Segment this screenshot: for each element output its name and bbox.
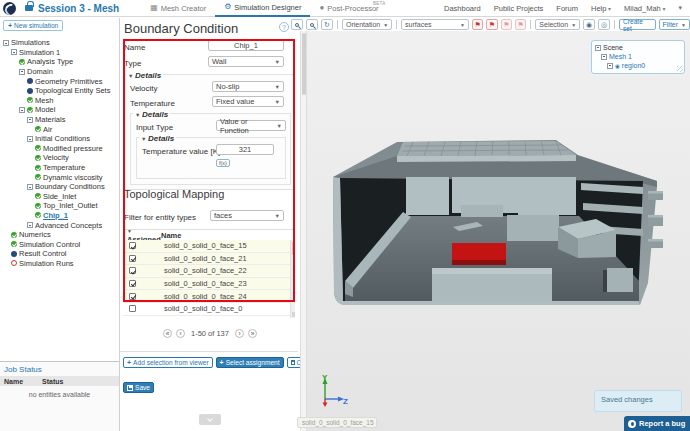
first-page-button[interactable]: « [163, 329, 172, 338]
select-assignment-button[interactable]: +Select assignment [216, 357, 284, 368]
collapse-icon[interactable] [607, 63, 613, 69]
panel-scrollbar[interactable] [300, 31, 307, 431]
hide-selection-button[interactable]: ⚑ [472, 19, 483, 30]
collapse-icon[interactable] [11, 49, 17, 55]
tree-item[interactable]: Boundary Conditions [0, 182, 120, 192]
scene-tree-mesh[interactable]: Mesh 1 [601, 52, 684, 61]
formula-button[interactable]: f(x) [216, 159, 230, 167]
select-visible-button[interactable]: ◉ [583, 19, 595, 30]
row-checkbox[interactable] [129, 242, 136, 249]
tree-item[interactable]: Domain [0, 67, 120, 77]
table-row[interactable]: solid_0_solid_0_face_22 [123, 265, 295, 278]
scene-tree-root[interactable]: Scene [595, 43, 684, 52]
save-button[interactable]: Save [123, 382, 154, 393]
help-icon[interactable]: ? [279, 22, 289, 32]
details-header-3[interactable]: Details [139, 134, 176, 143]
name-input[interactable]: Chip_1 [208, 40, 284, 51]
row-checkbox[interactable] [129, 280, 136, 287]
type-select[interactable]: Wall▼ [208, 56, 284, 67]
tree-item[interactable]: Simulation 1 [0, 48, 120, 58]
filter-select[interactable]: Filter▼ [659, 19, 690, 30]
row-checkbox[interactable] [129, 267, 136, 274]
workbench-tab[interactable]: ▦ Mesh Creator [141, 0, 215, 17]
reset-view-button[interactable]: ↻ [321, 19, 333, 30]
collapse-icon[interactable] [27, 117, 33, 123]
scene-tree-region[interactable]: ◉region0 [607, 61, 684, 70]
isolate-selection-button[interactable]: ⚑ [501, 19, 512, 30]
eye-icon[interactable]: ◉ [615, 63, 620, 69]
input-type-select[interactable]: Value or Function▼ [216, 120, 286, 131]
tree-item[interactable]: Topological Entity Sets [0, 86, 120, 96]
workbench-tab[interactable]: ● Post-Processor BETA [310, 0, 387, 17]
tree-item[interactable]: Analysis Type [0, 57, 120, 67]
tree-item[interactable]: Materials [0, 115, 120, 125]
report-bug-button[interactable]: Report a bug [624, 416, 690, 431]
tree-item[interactable]: Model [0, 105, 120, 115]
temperature-select[interactable]: Fixed value▼ [212, 96, 284, 107]
row-checkbox[interactable] [129, 305, 136, 312]
next-page-button[interactable]: › [235, 329, 244, 338]
tree-item[interactable]: Advanced Concepts [0, 220, 120, 230]
tree-item[interactable]: Numerics [0, 230, 120, 240]
tree-item[interactable]: Air [0, 124, 120, 134]
details-header-2[interactable]: Details [133, 110, 170, 119]
more-menu-caret-icon[interactable]: ▾ [678, 4, 682, 12]
collapse-icon[interactable] [595, 45, 601, 51]
details-header-1[interactable]: Details [126, 71, 163, 80]
tree-item[interactable]: Chip_1 [0, 211, 120, 221]
tree-item[interactable]: Modified pressure [0, 144, 120, 154]
tree-item[interactable]: Velocity [0, 153, 120, 163]
show-selection-button[interactable]: ⚑ [486, 19, 497, 30]
collapse-icon[interactable] [27, 222, 33, 228]
collapse-icon[interactable] [27, 184, 33, 190]
workbench-tab[interactable]: ⚙ Simulation Designer [215, 0, 310, 17]
temperature-value-input[interactable]: 321 [216, 144, 274, 155]
render-mode-select[interactable]: surfaces▼ [401, 19, 469, 30]
selection-mode-select[interactable]: Selection▼ [535, 19, 580, 30]
tree-item[interactable]: Mesh [0, 96, 120, 106]
row-checkbox[interactable] [129, 255, 136, 262]
tree-item[interactable]: Simulation Runs [0, 259, 120, 269]
tree-item[interactable]: Geometry Primitives [0, 76, 120, 86]
collapse-icon[interactable] [3, 40, 9, 46]
viewport-3d[interactable]: Scene Mesh 1 ◉region0 Y Z Saved changes … [307, 31, 690, 431]
entity-filter-select[interactable]: faces▼ [210, 210, 284, 221]
last-page-button[interactable]: » [248, 329, 257, 338]
tree-item[interactable]: Result Control [0, 249, 120, 259]
zoom-in-button[interactable] [291, 19, 303, 30]
show-all-button[interactable]: ⚑ [515, 19, 526, 30]
tree-item[interactable]: Simulations [0, 38, 120, 48]
table-row[interactable]: solid_0_solid_0_face_15 [123, 240, 295, 253]
orientation-select[interactable]: Orientation▼ [342, 19, 392, 30]
scrollbar-thumb[interactable] [302, 33, 306, 95]
collapse-icon[interactable] [19, 107, 25, 113]
tree-item[interactable]: Initial Conditions [0, 134, 120, 144]
row-checkbox[interactable] [129, 293, 136, 300]
add-selection-button[interactable]: +Add selection from viewer [123, 357, 213, 368]
top-nav-link[interactable]: Public Projects [494, 4, 544, 13]
velocity-select[interactable]: No-slip▼ [212, 81, 284, 92]
create-set-button[interactable]: Create set [619, 19, 655, 30]
simscale-logo-icon[interactable] [3, 2, 16, 15]
table-row[interactable]: solid_0_solid_0_face_21 [123, 253, 295, 266]
mesh-3d-model[interactable] [307, 31, 690, 431]
tree-item[interactable]: Top_Inlet_Outlet [0, 201, 120, 211]
table-row[interactable]: solid_0_solid_0_face_23 [123, 278, 295, 291]
new-simulation-button[interactable]: +New simulation [3, 20, 63, 31]
collapse-icon[interactable] [27, 136, 33, 142]
table-row[interactable]: solid_0_solid_0_face_0 [123, 303, 295, 316]
top-nav-link[interactable]: Forum [556, 4, 578, 13]
tree-item[interactable]: Dynamic viscosity [0, 172, 120, 182]
collapse-icon[interactable] [601, 54, 607, 60]
collapse-panel-button[interactable] [199, 414, 221, 425]
table-row[interactable]: solid_0_solid_0_face_1 [123, 316, 295, 318]
tree-item[interactable]: Simulation Control [0, 239, 120, 249]
table-scrollbar[interactable] [290, 240, 295, 318]
prev-page-button[interactable]: ‹ [176, 329, 185, 338]
collapse-icon[interactable] [19, 69, 25, 75]
table-row[interactable]: solid_0_solid_0_face_24 [123, 290, 295, 303]
top-nav-link[interactable]: Dashboard [444, 4, 481, 13]
zoom-out-button[interactable] [306, 19, 318, 30]
tree-item[interactable]: Side_Inlet [0, 192, 120, 202]
select-through-button[interactable]: ◎ [598, 19, 610, 30]
